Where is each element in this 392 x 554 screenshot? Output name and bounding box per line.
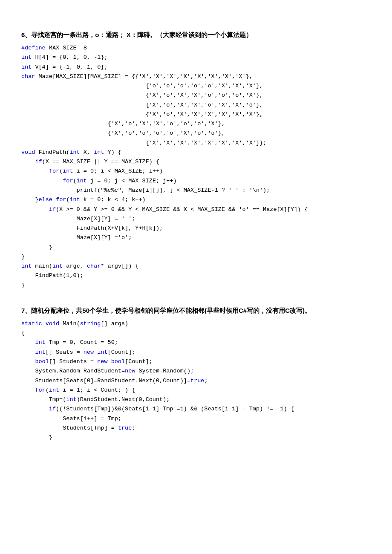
section-6-title: 6、寻找迷宫的一条出路，o：通路； X：障碍。（大家经常谈到的一个小算法题） <box>21 30 371 40</box>
section-7-title: 7、随机分配座位，共50个学生，使学号相邻的同学座位不能相邻(早些时候用C#写的… <box>21 306 371 316</box>
section-6: 6、寻找迷宫的一条出路，o：通路； X：障碍。（大家经常谈到的一个小算法题） #… <box>21 30 371 290</box>
section-7-code: static void Main(string[] args) { int Tm… <box>21 319 371 442</box>
section-6-code: #define MAX_SIZE 8 int H[4] = {0, 1, 0, … <box>21 43 371 290</box>
section-7: 7、随机分配座位，共50个学生，使学号相邻的同学座位不能相邻(早些时候用C#写的… <box>21 306 371 442</box>
page-content: 6、寻找迷宫的一条出路，o：通路； X：障碍。（大家经常谈到的一个小算法题） #… <box>21 30 371 442</box>
